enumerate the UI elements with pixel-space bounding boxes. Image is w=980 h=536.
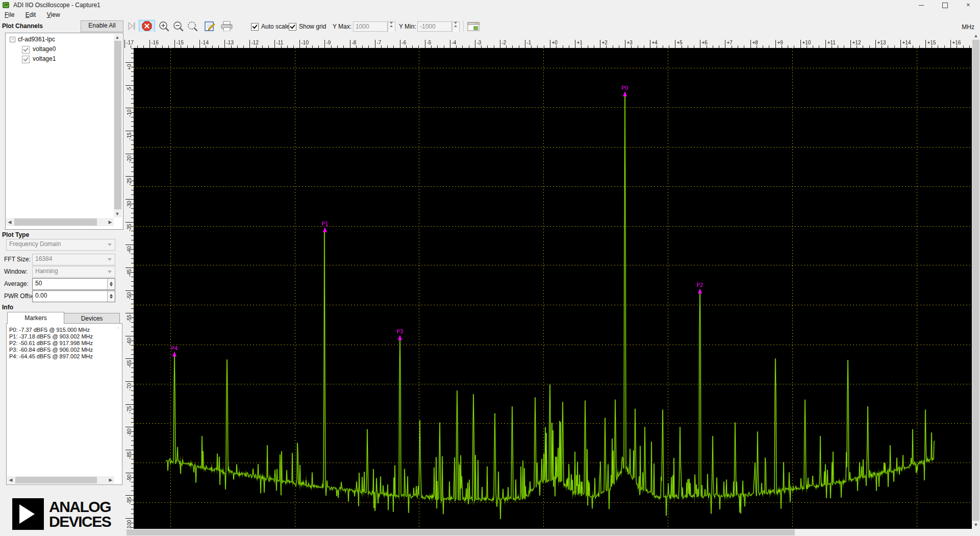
adi-triangle-icon bbox=[12, 498, 44, 530]
menu-file[interactable]: File bbox=[0, 10, 19, 19]
tree-row-voltage0[interactable]: voltage0 bbox=[6, 45, 123, 54]
average-input[interactable]: 50 bbox=[32, 278, 115, 290]
zoom-in-icon[interactable] bbox=[158, 21, 170, 31]
voltage0-label: voltage0 bbox=[33, 45, 56, 54]
fft-size-label: FFT Size: bbox=[4, 256, 31, 263]
save-icon[interactable] bbox=[204, 21, 216, 31]
y-min-spinner[interactable] bbox=[452, 21, 460, 33]
tree-vscroll-thumb[interactable] bbox=[114, 41, 121, 209]
plot-channels-header: Plot Channels bbox=[2, 22, 43, 30]
plot-type-value: Frequency Domain bbox=[9, 240, 61, 248]
fft-size-value: 16384 bbox=[35, 255, 52, 262]
close-button[interactable]: ✕ bbox=[957, 0, 980, 10]
voltage1-checkbox[interactable] bbox=[22, 56, 30, 63]
logo-line2: DEVICES bbox=[49, 514, 111, 529]
window-value: Hanning bbox=[35, 267, 58, 275]
menu-bar: File Edit View bbox=[0, 10, 980, 19]
new-plot-icon[interactable] bbox=[467, 21, 481, 31]
average-value: 50 bbox=[35, 280, 42, 287]
markers-horizontal-scrollbar[interactable]: ◀ ▶ bbox=[7, 476, 114, 484]
average-spinner[interactable] bbox=[107, 279, 115, 289]
scroll-down-icon[interactable]: ▼ bbox=[114, 210, 121, 217]
plot-hscroll-thumb[interactable] bbox=[127, 529, 795, 535]
zoom-fit-icon[interactable] bbox=[187, 21, 199, 31]
scroll-right-icon[interactable]: ▶ bbox=[107, 476, 114, 483]
marker-readout-p0: P0: -7.37 dBFS @ 915.000 MHz bbox=[9, 327, 90, 333]
zoom-out-icon[interactable] bbox=[172, 21, 185, 31]
marker-readout-p4: P4: -64.45 dBFS @ 897.002 MHz bbox=[9, 353, 93, 360]
scroll-right-icon[interactable]: ▶ bbox=[107, 218, 114, 226]
spectrum-plot-canvas[interactable] bbox=[134, 48, 972, 529]
tab-devices[interactable]: Devices bbox=[64, 313, 120, 324]
minimize-button[interactable] bbox=[910, 0, 933, 10]
plot-horizontal-scrollbar[interactable] bbox=[124, 529, 972, 536]
menu-view[interactable]: View bbox=[42, 10, 65, 19]
pwr-offset-value: 0.00 bbox=[35, 292, 47, 299]
maximize-button[interactable] bbox=[933, 0, 957, 10]
toolbar-separator bbox=[463, 20, 464, 32]
y-max-spinner[interactable] bbox=[388, 21, 395, 33]
pwr-offset-input[interactable]: 0.00 bbox=[32, 290, 115, 302]
plot-channels-tree: − cf-ad9361-lpc voltage0 voltage1 ▲ ▼ ◀ … bbox=[5, 33, 123, 230]
pwr-offset-spinner[interactable] bbox=[107, 291, 115, 302]
tree-expander-icon[interactable]: − bbox=[10, 37, 15, 42]
enable-all-button[interactable]: Enable All bbox=[81, 20, 123, 32]
tree-row-device[interactable]: − cf-ad9361-lpc bbox=[6, 35, 123, 44]
markers-hscroll-thumb[interactable] bbox=[15, 477, 97, 483]
chevron-down-icon bbox=[108, 243, 112, 248]
capture-stop-button[interactable] bbox=[139, 20, 155, 33]
y-axis-ruler bbox=[124, 48, 134, 529]
marker-readout-p3: P3: -60.84 dBFS @ 906.002 MHz bbox=[9, 347, 93, 353]
menu-edit[interactable]: Edit bbox=[21, 10, 41, 19]
voltage1-label: voltage1 bbox=[33, 55, 56, 63]
axis-unit-label: MHz bbox=[962, 23, 974, 31]
markers-list: P0: -7.37 dBFS @ 915.000 MHz P1: -37.18 … bbox=[6, 323, 122, 485]
window-select[interactable]: Hanning bbox=[32, 266, 115, 278]
tree-row-voltage1[interactable]: voltage1 bbox=[6, 55, 123, 63]
logo-line1: ANALOG bbox=[49, 499, 111, 515]
x-axis-ruler bbox=[124, 39, 972, 48]
window-label: Window: bbox=[4, 268, 28, 275]
plot-vertical-scrollbar[interactable]: ▲ ▼ bbox=[972, 32, 980, 529]
show-grid-checkmark-icon bbox=[289, 23, 296, 31]
info-header: Info bbox=[2, 304, 13, 311]
show-grid-label: Show grid bbox=[299, 23, 326, 30]
title-bar: ADI IIO Oscilloscope - Capture1 ✕ bbox=[0, 0, 980, 10]
left-panel: − cf-ad9361-lpc voltage0 voltage1 ▲ ▼ ◀ … bbox=[0, 33, 123, 536]
auto-scale-checkmark-icon bbox=[251, 23, 259, 31]
device-name: cf-ad9361-lpc bbox=[18, 35, 55, 44]
y-min-input[interactable]: -1000 bbox=[417, 21, 452, 32]
tree-horizontal-scrollbar[interactable]: ◀ ▶ bbox=[6, 218, 114, 226]
plot-vscroll-thumb[interactable] bbox=[972, 40, 979, 521]
marker-readout-p1: P1: -37.18 dBFS @ 903.002 MHz bbox=[9, 333, 93, 340]
scroll-left-icon[interactable]: ◀ bbox=[7, 476, 14, 483]
print-icon[interactable] bbox=[220, 21, 234, 31]
window-title: ADI IIO Oscilloscope - Capture1 bbox=[13, 0, 100, 10]
scroll-up-icon[interactable]: ⌃ bbox=[116, 327, 120, 332]
analog-devices-logo: ANALOG DEVICES bbox=[12, 498, 122, 531]
auto-scale-label: Auto scale bbox=[261, 23, 290, 30]
capture-play-icon[interactable] bbox=[127, 21, 137, 31]
chevron-down-icon bbox=[108, 258, 112, 263]
tab-markers[interactable]: Markers bbox=[7, 312, 64, 324]
info-notebook: Markers Devices P0: -7.37 dBFS @ 915.000… bbox=[5, 312, 122, 493]
y-max-label: Y Max: bbox=[333, 23, 351, 30]
marker-readout-p2: P2: -50.61 dBFS @ 917.998 MHz bbox=[9, 340, 93, 347]
scroll-up-icon[interactable]: ▲ bbox=[114, 34, 121, 41]
tree-hscroll-thumb[interactable] bbox=[14, 218, 97, 226]
y-min-label: Y Min: bbox=[399, 23, 416, 30]
scroll-up-icon[interactable]: ▲ bbox=[972, 32, 979, 39]
scroll-left-icon[interactable]: ◀ bbox=[6, 218, 13, 226]
scroll-down-icon[interactable]: ▼ bbox=[972, 521, 979, 528]
voltage0-checkbox[interactable] bbox=[22, 46, 30, 54]
chevron-down-icon bbox=[108, 271, 112, 275]
stop-octagon-icon bbox=[141, 21, 153, 32]
average-label: Average: bbox=[4, 280, 29, 287]
app-icon bbox=[3, 2, 10, 9]
tree-vertical-scrollbar[interactable]: ▲ ▼ bbox=[114, 34, 122, 217]
fft-size-select[interactable]: 16384 bbox=[32, 254, 115, 265]
plot-type-header: Plot Type bbox=[2, 231, 29, 238]
plot-type-select[interactable]: Frequency Domain bbox=[6, 239, 115, 251]
y-max-input[interactable]: 1000 bbox=[353, 21, 388, 32]
